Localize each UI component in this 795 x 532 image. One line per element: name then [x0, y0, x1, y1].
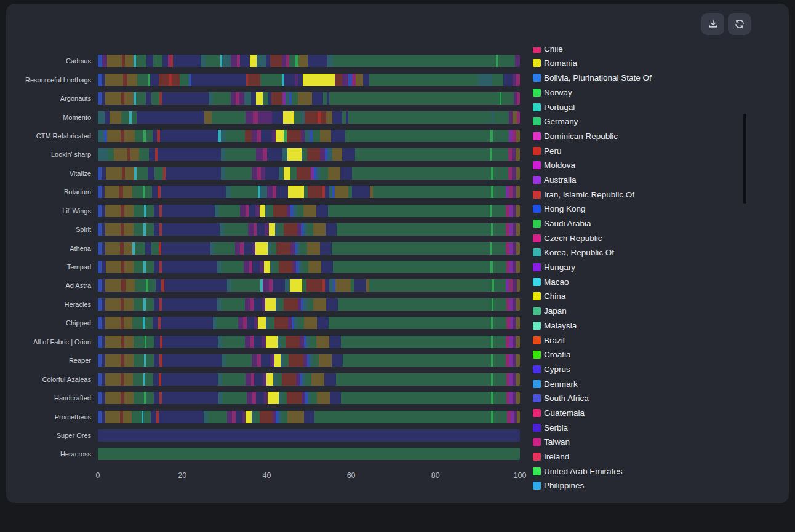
bar-segment[interactable] [134, 336, 144, 348]
bar-segment[interactable] [246, 111, 253, 124]
bar-segment[interactable] [350, 130, 490, 142]
bar-segment[interactable] [151, 411, 156, 423]
bar-segment[interactable] [124, 336, 134, 348]
bar-segment[interactable] [105, 411, 120, 423]
bar-segment[interactable] [311, 373, 324, 386]
bar-segment[interactable] [493, 186, 506, 198]
bar-segment[interactable] [252, 130, 257, 142]
legend-item[interactable]: Hong Kong [533, 202, 736, 216]
legend-item[interactable]: Cyprus [533, 362, 736, 377]
bar-segment[interactable] [158, 148, 221, 161]
bar-segment[interactable] [226, 186, 231, 198]
bar-segment[interactable] [124, 354, 134, 367]
bar-segment[interactable] [244, 261, 249, 273]
bar-segment[interactable] [493, 354, 506, 367]
bar-segment[interactable] [329, 317, 491, 329]
bar-segment[interactable] [282, 55, 286, 67]
bar-segment[interactable] [493, 373, 506, 386]
bar-segment[interactable] [222, 261, 244, 273]
bar-segment[interactable] [132, 111, 137, 124]
bar-segment[interactable] [326, 111, 332, 124]
bar-segment[interactable] [132, 317, 143, 329]
bar-segment[interactable] [245, 336, 250, 348]
bar-segment[interactable] [250, 55, 257, 67]
bar-segment[interactable] [258, 111, 272, 124]
bar-segment[interactable] [217, 298, 222, 311]
bar-segment[interactable] [261, 354, 270, 367]
bar-segment[interactable] [98, 55, 102, 67]
bar-segment[interactable] [124, 205, 134, 217]
bar-segment[interactable] [269, 223, 275, 236]
bar-segment[interactable] [105, 242, 120, 255]
bar-segment[interactable] [132, 186, 142, 198]
bar-segment[interactable] [248, 223, 254, 236]
bar-segment[interactable] [249, 205, 255, 217]
legend-item[interactable]: Iran, Islamic Republic Of [533, 187, 736, 202]
bar-segment[interactable] [369, 74, 479, 86]
legend-item[interactable]: Saudi Arabia [533, 216, 736, 231]
bar-segment[interactable] [297, 167, 310, 180]
bar-segment[interactable] [305, 373, 311, 386]
bar-segment[interactable] [273, 261, 278, 273]
bar-segment[interactable] [267, 186, 272, 198]
bar-segment[interactable] [330, 392, 341, 404]
bar-segment[interactable] [266, 373, 273, 386]
bar-segment[interactable] [313, 130, 320, 142]
bar-segment[interactable] [282, 148, 287, 161]
bar-segment[interactable] [154, 205, 159, 217]
bar-segment[interactable] [124, 317, 133, 329]
bar-segment[interactable] [356, 74, 363, 86]
bar-segment[interactable] [369, 279, 492, 292]
bar-segment[interactable] [105, 111, 110, 124]
bar-segment[interactable] [222, 373, 246, 386]
stacked-bar[interactable] [98, 167, 520, 180]
bar-segment[interactable] [342, 148, 355, 161]
stacked-bar[interactable] [98, 55, 520, 67]
bar-segment[interactable] [300, 242, 306, 255]
bar-segment[interactable] [289, 354, 303, 367]
stacked-bar[interactable] [98, 130, 520, 142]
bar-segment[interactable] [274, 354, 281, 367]
bar-segment[interactable] [154, 298, 159, 311]
bar-segment[interactable] [214, 242, 234, 255]
bar-segment[interactable] [225, 148, 256, 161]
bar-segment[interactable] [256, 148, 263, 161]
bar-segment[interactable] [282, 411, 287, 423]
bar-segment[interactable] [238, 317, 243, 329]
bar-segment[interactable] [287, 130, 302, 142]
bar-segment[interactable] [282, 373, 296, 386]
bar-segment[interactable] [317, 392, 330, 404]
bar-segment[interactable] [105, 392, 121, 404]
bar-segment[interactable] [266, 55, 270, 67]
bar-segment[interactable] [316, 205, 328, 217]
bar-segment[interactable] [493, 336, 506, 348]
legend-item[interactable]: Serbia [533, 420, 736, 435]
bar-segment[interactable] [294, 111, 301, 124]
bar-segment[interactable] [154, 336, 160, 348]
bar-segment[interactable] [105, 279, 122, 292]
bar-segment[interactable] [124, 373, 133, 386]
bar-segment[interactable] [257, 223, 265, 236]
bar-segment[interactable] [125, 167, 134, 180]
bar-segment[interactable] [312, 92, 323, 105]
bar-segment[interactable] [145, 373, 153, 386]
legend-scrollbar-thumb[interactable] [743, 114, 746, 204]
legend-item[interactable]: Czech Republic [533, 231, 736, 245]
stacked-bar[interactable] [98, 373, 520, 386]
bar-segment[interactable] [270, 354, 274, 367]
bar-segment[interactable] [231, 92, 236, 105]
bar-segment[interactable] [261, 130, 272, 142]
bar-segment[interactable] [513, 111, 517, 124]
bar-segment[interactable] [132, 411, 142, 423]
bar-segment[interactable] [304, 317, 317, 329]
bar-segment[interactable] [173, 55, 200, 67]
bar-segment[interactable] [226, 130, 245, 142]
bar-segment[interactable] [321, 167, 328, 180]
bar-segment[interactable] [335, 279, 351, 292]
bar-segment[interactable] [137, 111, 204, 124]
bar-segment[interactable] [265, 298, 276, 311]
bar-segment[interactable] [263, 279, 269, 292]
stacked-bar[interactable] [98, 148, 520, 161]
bar-segment[interactable] [146, 92, 151, 105]
bar-segment[interactable] [494, 111, 509, 124]
